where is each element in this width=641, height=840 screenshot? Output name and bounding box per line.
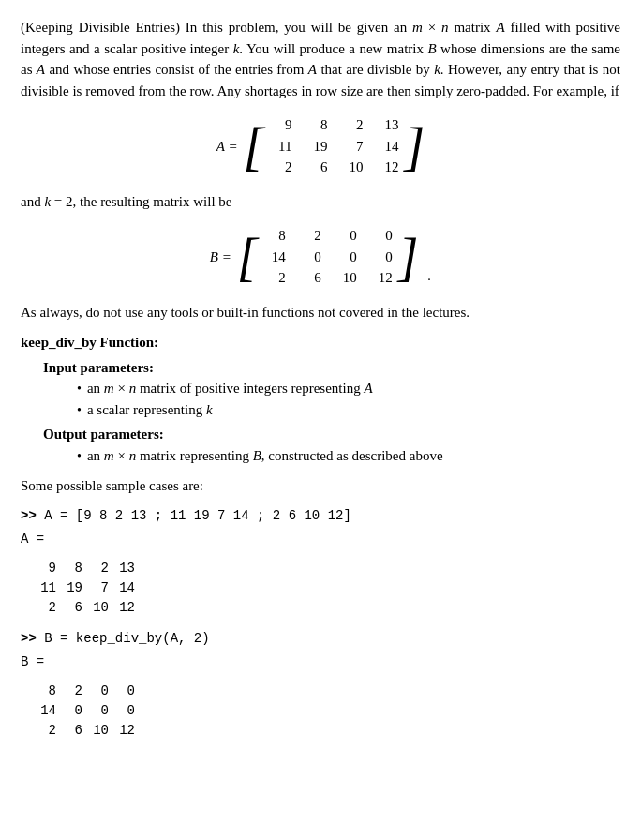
cell-A-03: 13 <box>376 114 398 136</box>
period: . <box>427 265 431 287</box>
cell-B-11: 0 <box>299 247 321 268</box>
input-item-2: • a scalar representing k <box>77 399 620 421</box>
cell: 8 <box>66 559 92 578</box>
cell: 2 <box>39 598 66 618</box>
cell-B-20: 2 <box>263 267 286 289</box>
cell-A-12: 7 <box>340 136 363 158</box>
cell: 10 <box>92 598 118 618</box>
cell: 7 <box>92 578 118 598</box>
cell-A-02: 2 <box>340 114 363 136</box>
table-row: 11 19 7 14 <box>39 578 144 598</box>
cell: 0 <box>66 701 92 721</box>
cell: 9 <box>39 559 66 578</box>
cell-B-10: 14 <box>263 247 286 268</box>
input-desc-1: an m × n matrix of positive integers rep… <box>87 378 373 399</box>
table-row: 2 6 10 12 <box>39 721 144 741</box>
cell: 13 <box>118 559 144 578</box>
sample-title: Some possible sample cases are: <box>21 475 620 497</box>
bullet-2: • <box>77 400 82 420</box>
notice-text: As always, do not use any tools or built… <box>21 302 620 323</box>
sample-section: Some possible sample cases are: >> A = [… <box>21 475 620 741</box>
cell-A-23: 12 <box>376 157 398 178</box>
matrix-A-block: A = [ 9 8 2 13 11 19 7 14 2 6 10 12 ] <box>21 112 620 180</box>
cell-B-00: 8 <box>263 225 286 247</box>
bracket-left-B: [ <box>237 231 258 283</box>
cell-A-13: 14 <box>376 136 398 158</box>
cell-A-21: 6 <box>305 157 327 178</box>
cell: 14 <box>118 578 144 598</box>
cell: 8 <box>39 682 66 701</box>
A-matrix-output: 9 8 2 13 11 19 7 14 2 6 10 12 <box>39 559 144 618</box>
cell: 0 <box>92 701 118 721</box>
input-item-1: • an m × n matrix of positive integers r… <box>77 378 620 399</box>
cell-A-10: 11 <box>269 136 291 158</box>
cell-B-03: 0 <box>370 225 393 247</box>
B-matrix-output: 8 2 0 0 14 0 0 0 2 6 10 12 <box>39 682 144 741</box>
cmd1: >> A = [9 8 2 13 ; 11 19 7 14 ; 2 6 10 1… <box>21 506 620 526</box>
cmd2: >> B = keep_div_by(A, 2) <box>21 629 620 649</box>
bracket-right-B: ] <box>398 231 419 283</box>
matrix-B-block: B = [ 8 2 0 0 14 0 0 0 2 6 10 12 ] . <box>21 223 620 291</box>
cell-A-20: 2 <box>269 157 291 178</box>
bullet-1: • <box>77 379 82 398</box>
cell: 6 <box>66 598 92 618</box>
B-label-output: B = <box>21 652 620 672</box>
cell-B-23: 12 <box>370 267 393 289</box>
cell: 2 <box>92 559 118 578</box>
cell-A-11: 19 <box>305 136 327 158</box>
cell: 10 <box>92 721 118 741</box>
table-row: 14 0 0 0 <box>39 701 144 721</box>
table-row: 9 8 2 13 <box>39 559 144 578</box>
cell-B-22: 10 <box>335 267 357 289</box>
cell: 2 <box>66 682 92 701</box>
bullet-3: • <box>77 446 82 466</box>
problem-statement: (Keeping Divisible Entries) In this prob… <box>21 17 620 101</box>
cell-A-00: 9 <box>269 114 291 136</box>
matrix-B-label: B = <box>210 247 231 268</box>
matrix-A-wrapper: [ 9 8 2 13 11 19 7 14 2 6 10 12 ] <box>244 112 425 180</box>
prompt-1: >> <box>21 508 37 523</box>
prompt-2: >> <box>21 631 37 646</box>
cmd1-text: A = [9 8 2 13 ; 11 19 7 14 ; 2 6 10 12] <box>44 508 351 523</box>
cell: 12 <box>118 598 144 618</box>
function-title: keep_div_by Function: <box>21 332 620 353</box>
cell-B-13: 0 <box>370 247 393 268</box>
cell: 11 <box>39 578 66 598</box>
matrix-A-label: A = <box>216 136 238 158</box>
cell-A-01: 8 <box>305 114 327 136</box>
desc-text: (Keeping Divisible Entries) In this prob… <box>21 20 620 98</box>
cell: 19 <box>66 578 92 598</box>
cell-B-12: 0 <box>335 247 357 268</box>
cell-B-01: 2 <box>299 225 321 247</box>
input-title: Input parameters: <box>43 357 620 379</box>
bracket-right-A: ] <box>404 120 425 172</box>
A-label-output: A = <box>21 530 620 549</box>
output-title: Output parameters: <box>43 424 620 445</box>
output-desc-1: an m × n matrix representing B, construc… <box>87 445 443 467</box>
cell: 0 <box>92 682 118 701</box>
k-example-text: and k = 2, the resulting matrix will be <box>21 191 620 213</box>
cell-B-21: 6 <box>299 267 321 289</box>
input-desc-2: a scalar representing k <box>87 399 213 421</box>
table-row: 2 6 10 12 <box>39 598 144 618</box>
matrix-B-expr: B = [ 8 2 0 0 14 0 0 0 2 6 10 12 ] . <box>210 223 431 291</box>
cell-B-02: 0 <box>335 225 357 247</box>
matrix-A-expr: A = [ 9 8 2 13 11 19 7 14 2 6 10 12 ] <box>216 112 425 180</box>
cell: 14 <box>39 701 66 721</box>
cell: 0 <box>118 682 144 701</box>
matrix-A-grid: 9 8 2 13 11 19 7 14 2 6 10 12 <box>263 112 404 180</box>
cell-A-22: 10 <box>340 157 363 178</box>
cell: 12 <box>118 721 144 741</box>
output-item-1: • an m × n matrix representing B, constr… <box>77 445 620 467</box>
table-row: 8 2 0 0 <box>39 682 144 701</box>
matrix-B-wrapper: [ 8 2 0 0 14 0 0 0 2 6 10 12 ] <box>237 223 419 291</box>
matrix-B-grid: 8 2 0 0 14 0 0 0 2 6 10 12 <box>258 223 398 291</box>
cell: 2 <box>39 721 66 741</box>
bracket-left-A: [ <box>244 120 264 172</box>
cmd2-text: B = keep_div_by(A, 2) <box>44 631 209 646</box>
cell: 0 <box>118 701 144 721</box>
cell: 6 <box>66 721 92 741</box>
